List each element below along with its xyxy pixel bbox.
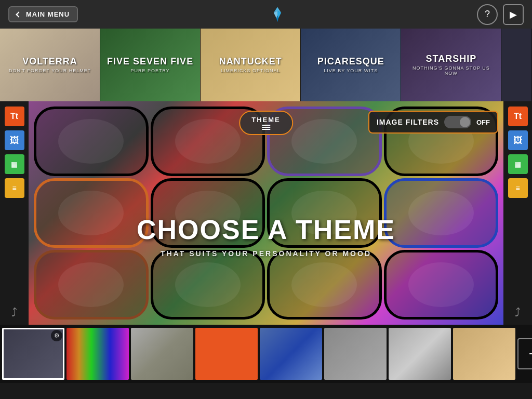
add-icon: + xyxy=(529,345,532,362)
theme-card-partial[interactable] xyxy=(501,29,532,101)
theme-title-fivesevenfive: FIVE SEVEN FIVE xyxy=(107,57,193,67)
export-button[interactable]: ⤴ xyxy=(11,306,17,320)
bottom-thumbnail-strip: ⚙ + xyxy=(0,325,532,383)
center-content: CHOOSE A THEME THAT SUITS YOUR PERSONALI… xyxy=(29,101,503,325)
sunglasses-1 xyxy=(34,107,149,176)
theme-button-overlay: THEME xyxy=(239,111,293,135)
thumbnail-8[interactable] xyxy=(453,328,515,380)
top-bar: MAIN MENU ? ▶ xyxy=(0,0,532,29)
theme-button-lines xyxy=(262,125,270,130)
middle-section: Tt 🖼 ▦ ≡ ⤴ xyxy=(0,101,532,325)
right-sidebar: Tt 🖼 ▦ ≡ ⤴ xyxy=(503,101,532,325)
sunglasses-11 xyxy=(267,250,382,320)
theme-strip: VOLTERRA DON'T FORGET YOUR HELMET FIVE S… xyxy=(0,29,532,101)
theme-subtitle-starship: NOTHING'S GONNA STOP US NOW xyxy=(405,65,497,76)
theme-subtitle-volterra: DON'T FORGET YOUR HELMET xyxy=(9,68,91,73)
theme-card-volterra[interactable]: VOLTERRA DON'T FORGET YOUR HELMET xyxy=(0,29,100,101)
theme-card-nantucket[interactable]: NANTUCKET LIMERICKS OPTIONAL xyxy=(201,29,301,101)
image-filters-toggle[interactable] xyxy=(444,116,471,128)
toggle-state-label: OFF xyxy=(476,118,490,126)
play-button[interactable]: ▶ xyxy=(503,4,524,25)
right-notes-tool-button[interactable]: ≡ xyxy=(508,178,528,198)
notes-tool-button[interactable]: ≡ xyxy=(5,178,24,198)
theme-button-label: THEME xyxy=(251,116,281,124)
theme-subtitle-fivesevenfive: PURE POETRY xyxy=(130,68,169,73)
back-arrow-icon xyxy=(16,11,21,17)
left-sidebar: Tt 🖼 ▦ ≡ ⤴ xyxy=(0,101,29,325)
text-tool-button[interactable]: Tt xyxy=(5,107,24,126)
thumbnail-2[interactable] xyxy=(66,328,129,380)
help-button[interactable]: ? xyxy=(477,4,498,25)
theme-selector-button[interactable]: THEME xyxy=(239,111,293,135)
thumbnail-5[interactable] xyxy=(260,328,322,380)
layout-tool-button[interactable]: ▦ xyxy=(5,154,24,174)
sunglasses-10 xyxy=(151,250,265,320)
theme-title-nantucket: NANTUCKET xyxy=(219,57,282,67)
add-thumbnail-button[interactable]: + xyxy=(517,338,532,369)
sunglasses-9 xyxy=(34,250,149,320)
thumbnail-1[interactable]: ⚙ xyxy=(2,328,64,380)
image-filters-label: IMAGE FILTERS xyxy=(377,118,439,126)
choose-theme-subtitle: THAT SUITS YOUR PERSONALITY OR MOOD xyxy=(29,249,503,258)
top-right-icons: ? ▶ xyxy=(477,4,524,25)
center-text-overlay: CHOOSE A THEME THAT SUITS YOUR PERSONALI… xyxy=(29,214,503,258)
thumbnail-3[interactable] xyxy=(131,328,193,380)
right-image-tool-button[interactable]: 🖼 xyxy=(508,130,528,150)
choose-theme-title: CHOOSE A THEME xyxy=(29,214,503,245)
right-layout-tool-button[interactable]: ▦ xyxy=(508,154,528,174)
main-menu-label: MAIN MENU xyxy=(26,10,70,18)
sunglasses-12 xyxy=(384,250,499,320)
theme-card-fivesevenfive[interactable]: FIVE SEVEN FIVE PURE POETRY xyxy=(100,29,201,101)
right-text-tool-button[interactable]: Tt xyxy=(508,107,528,126)
image-filters-panel: IMAGE FILTERS OFF xyxy=(368,111,498,134)
theme-card-picaresque[interactable]: PICARESQUE LIVE BY YOUR WITS xyxy=(301,29,401,101)
toggle-knob xyxy=(460,117,470,127)
thumbnail-7[interactable] xyxy=(389,328,451,380)
right-export-button[interactable]: ⤴ xyxy=(515,306,521,320)
theme-card-starship[interactable]: STARSHIP NOTHING'S GONNA STOP US NOW xyxy=(401,29,501,101)
theme-title-volterra: VOLTERRA xyxy=(22,57,77,67)
theme-subtitle-nantucket: LIMERICKS OPTIONAL xyxy=(221,68,281,73)
theme-title-picaresque: PICARESQUE xyxy=(317,57,384,67)
theme-subtitle-picaresque: LIVE BY YOUR WITS xyxy=(324,68,378,73)
theme-title-starship: STARSHIP xyxy=(426,54,477,64)
thumbnail-gear-icon[interactable]: ⚙ xyxy=(51,330,62,341)
thumbnail-6[interactable] xyxy=(324,328,387,380)
logo-icon xyxy=(268,5,287,24)
main-menu-button[interactable]: MAIN MENU xyxy=(8,6,78,22)
image-tool-button[interactable]: 🖼 xyxy=(5,130,24,150)
thumbnail-4[interactable] xyxy=(195,328,258,380)
